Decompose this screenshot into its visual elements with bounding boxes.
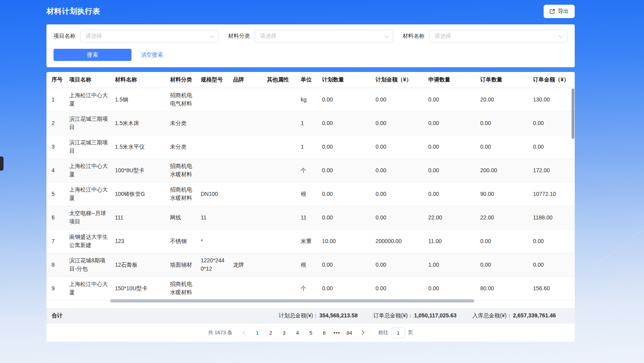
table-cell [262, 158, 296, 182]
table-card: 序号项目名称材料名称材料分类规格型号品牌其他属性单位计划数量计划金额（¥）申请数… [46, 72, 575, 342]
table-cell: 0.00 [370, 253, 423, 276]
table-cell: 6 [46, 206, 64, 229]
export-button[interactable]: 导出 [544, 5, 575, 18]
table-cell: 招商机电水暖材料 [165, 158, 196, 182]
table-cell: 0.00 [317, 135, 370, 158]
table-cell [262, 229, 296, 253]
summary-row: 合计 计划总金额(¥)：354,568,213.58订单总金额(¥)：1,050… [46, 308, 575, 324]
table-row: 2滨江花城三期项目1.5米木床未分类10.000.000.000.000.00 [46, 111, 575, 135]
table-row: 1上海松江中心大厦1.5钢招商机电电气材料kg0.000.000.0020.00… [46, 88, 575, 111]
table-cell: 1 [296, 111, 317, 135]
column-header: 项目名称 [64, 72, 110, 88]
table-cell [262, 88, 296, 111]
table-cell: 上海松江中心大厦 [64, 88, 110, 111]
chevron-left-icon [242, 330, 247, 335]
table-row: 5上海松江中心大厦100铸铁管G招商机电水暖材料DN100根0.000.000.… [46, 182, 575, 206]
more-pages-ellipsis[interactable]: ••• [331, 330, 343, 336]
pagination-total: 共 1673 条 [208, 329, 232, 336]
filter-label: 材料分类 [228, 33, 250, 40]
filter-field-2: 材料名称请选择 [403, 30, 568, 42]
table-cell: 111 [110, 206, 165, 229]
table-cell [228, 111, 262, 135]
export-button-label: 导出 [558, 8, 569, 15]
table-cell: 0.00 [317, 88, 370, 111]
table-cell: 10772.10 [528, 182, 575, 206]
table-cell: 0.00 [528, 229, 575, 253]
table-cell: 根 [296, 253, 317, 276]
select-input-0[interactable]: 请选择 [80, 30, 218, 42]
page-button-6[interactable]: 6 [318, 327, 330, 339]
table-cell [228, 182, 262, 206]
table-cell: 7 [46, 229, 64, 253]
table-cell: 4 [46, 158, 64, 182]
table-row: 4上海松江中心大厦100*8U型卡招商机电水暖材料个0.000.000.0020… [46, 158, 575, 182]
column-header: 计划数量 [317, 72, 370, 88]
table-cell: 12石膏板 [110, 253, 165, 276]
table-header-row: 序号项目名称材料名称材料分类规格型号品牌其他属性单位计划数量计划金额（¥）申请数… [46, 72, 575, 88]
table-cell: 123 [110, 229, 165, 253]
page-button-4[interactable]: 4 [292, 327, 303, 339]
table-cell: 招商机电水暖材料 [165, 276, 196, 300]
horizontal-scrollbar[interactable] [110, 299, 474, 302]
select-placeholder: 请选择 [435, 33, 451, 40]
prev-page-button[interactable] [239, 327, 251, 339]
filter-field-1: 材料分类请选择 [228, 30, 393, 42]
table-cell [228, 276, 262, 300]
table-cell: 网线 [165, 206, 196, 229]
table-cell: DN100 [196, 182, 228, 206]
table-cell: 招商机电电气材料 [165, 88, 196, 111]
column-header: 订单数量 [475, 72, 528, 88]
search-button[interactable]: 搜索 [54, 49, 131, 61]
page-button-1[interactable]: 1 [252, 327, 263, 339]
table-cell: 0.00 [528, 253, 575, 276]
table-cell: 20.00 [475, 88, 528, 111]
table-cell: 滨江花城三期项目 [64, 111, 110, 135]
summary-item-value: 2,657,339,761.46 [513, 312, 556, 319]
table-cell: 9 [46, 276, 64, 300]
table-cell: 156.60 [528, 276, 575, 300]
table-cell: 1 [296, 135, 317, 158]
page-button-3[interactable]: 3 [278, 327, 290, 339]
table-cell: 2 [46, 111, 64, 135]
table-cell: 上海松江中心大厦 [64, 276, 110, 300]
table-cell: 滨江花城8期项目-分包 [64, 253, 110, 276]
table-cell: 0.00 [370, 88, 423, 111]
table-cell: 200000.00 [370, 229, 423, 253]
clear-search-link[interactable]: 清空搜索 [141, 52, 163, 59]
table-cell: 龙牌 [228, 253, 262, 276]
table-cell: 5 [46, 182, 64, 206]
page-button-5[interactable]: 5 [305, 327, 317, 339]
select-input-1[interactable]: 请选择 [255, 30, 393, 42]
table-cell: 0.00 [423, 276, 475, 300]
pagination-goto: 前往 页 [378, 327, 413, 338]
table-cell: 0.00 [370, 206, 423, 229]
table-cell [196, 135, 228, 158]
table-cell: 0.00 [423, 158, 475, 182]
table-cell: 不锈钢 [165, 229, 196, 253]
select-input-2[interactable]: 请选择 [429, 30, 568, 42]
chevron-down-icon [210, 35, 213, 37]
page-button-2[interactable]: 2 [265, 327, 277, 339]
table-cell: 0.00 [423, 88, 475, 111]
column-header: 材料分类 [165, 72, 196, 88]
table-cell: 0.00 [317, 158, 370, 182]
material-plan-table: 序号项目名称材料名称材料分类规格型号品牌其他属性单位计划数量计划金额（¥）申请数… [46, 72, 575, 300]
table-cell: 0.00 [370, 158, 423, 182]
table-cell: 172.00 [528, 158, 575, 182]
table-body: 1上海松江中心大厦1.5钢招商机电电气材料kg0.000.000.0020.00… [46, 88, 575, 300]
page-unit-label: 页 [408, 329, 413, 336]
page-background: 材料计划执行表 导出 项目名称请选择材料分类请选择材料名称请选择 搜索 清空搜索 [0, 0, 644, 363]
column-header: 规格型号 [196, 72, 228, 88]
summary-items: 计划总金额(¥)：354,568,213.58订单总金额(¥)：1,050,11… [279, 312, 556, 319]
table-cell [196, 276, 228, 300]
vertical-scrollbar[interactable] [572, 88, 574, 139]
next-page-button[interactable] [356, 327, 368, 339]
goto-page-input[interactable] [392, 327, 405, 338]
page-button-84[interactable]: 84 [344, 327, 355, 339]
drawer-handle[interactable] [0, 157, 4, 171]
table-cell: 个 [296, 158, 317, 182]
table-cell [262, 135, 296, 158]
select-placeholder: 请选择 [85, 33, 102, 40]
table-cell: 个 [296, 276, 317, 300]
table-cell: 11 [196, 206, 228, 229]
